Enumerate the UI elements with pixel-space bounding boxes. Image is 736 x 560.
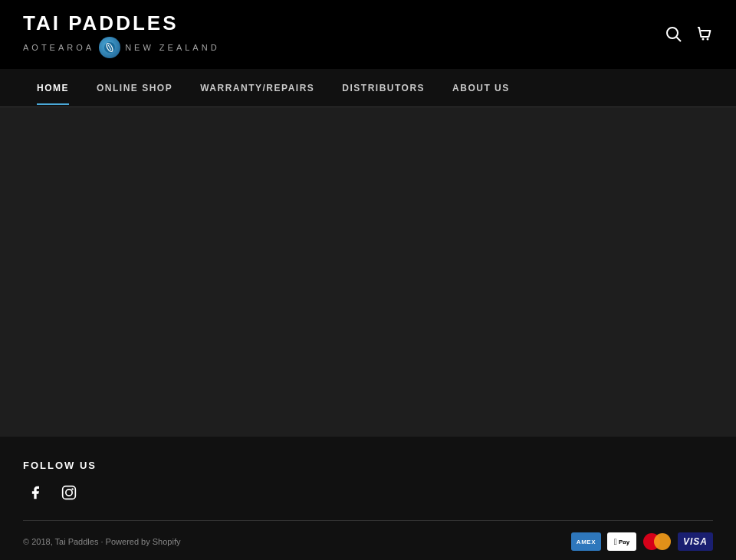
amex-label: AMEX <box>577 539 596 545</box>
svg-point-9 <box>71 488 74 490</box>
nav-link-online-shop[interactable]: ONLINE SHOP <box>83 72 186 104</box>
svg-rect-7 <box>63 486 76 499</box>
apple-icon:  <box>614 537 617 546</box>
follow-us-section: FOLLOW US <box>23 460 713 505</box>
site-header: TAI PADDLES AOTEAROA NEW ZEALAND <box>0 0 736 69</box>
nav-link-about-us[interactable]: ABOUT US <box>439 72 524 104</box>
nav-item-about-us[interactable]: ABOUT US <box>439 72 524 104</box>
nav-list: HOME ONLINE SHOP WARRANTY/REPAIRS DISTRI… <box>23 72 524 104</box>
nav-item-warranty[interactable]: WARRANTY/REPAIRS <box>186 72 328 104</box>
main-content <box>0 107 736 437</box>
mc-yellow-circle <box>654 533 671 550</box>
payment-icons: AMEX  Pay VISA <box>571 532 713 551</box>
copyright: © 2018, Tai Paddles <box>23 537 98 546</box>
facebook-icon <box>28 485 43 500</box>
visa-badge: VISA <box>678 532 713 551</box>
site-footer: FOLLOW US © 2018, Tai Paddles · Powered … <box>0 437 736 560</box>
logo-badge <box>99 37 120 58</box>
cart-button[interactable] <box>696 26 713 43</box>
search-button[interactable] <box>665 26 682 43</box>
apple-pay-label: Pay <box>619 539 629 545</box>
nav-item-home[interactable]: HOME <box>23 72 83 104</box>
mastercard-badge <box>642 532 672 551</box>
instagram-icon <box>61 485 77 500</box>
search-icon <box>665 26 682 43</box>
svg-line-4 <box>677 38 682 42</box>
main-nav: HOME ONLINE SHOP WARRANTY/REPAIRS DISTRI… <box>0 69 736 107</box>
svg-point-8 <box>66 490 72 496</box>
apple-pay-badge:  Pay <box>607 532 636 551</box>
header-actions <box>665 26 713 43</box>
nav-item-online-shop[interactable]: ONLINE SHOP <box>83 72 186 104</box>
svg-point-3 <box>667 28 678 38</box>
logo-subtitle: AOTEAROA NEW ZEALAND <box>23 37 220 58</box>
nav-link-home[interactable]: HOME <box>23 72 83 104</box>
logo[interactable]: TAI PADDLES AOTEAROA NEW ZEALAND <box>23 11 220 58</box>
mastercard-circles <box>643 533 671 550</box>
logo-title: TAI PADDLES <box>23 11 178 35</box>
nav-link-distributors[interactable]: DISTRIBUTORS <box>328 72 439 104</box>
powered-by-shopify[interactable]: Powered by Shopify <box>106 537 181 546</box>
instagram-link[interactable] <box>57 480 81 505</box>
logo-subtitle-left: AOTEAROA <box>23 43 94 52</box>
amex-badge: AMEX <box>571 532 601 551</box>
nav-link-warranty[interactable]: WARRANTY/REPAIRS <box>186 72 328 104</box>
cart-icon <box>696 26 713 43</box>
svg-point-6 <box>707 38 709 41</box>
footer-bottom: © 2018, Tai Paddles · Powered by Shopify… <box>23 520 713 551</box>
follow-title: FOLLOW US <box>23 460 713 471</box>
copyright-text: © 2018, Tai Paddles · Powered by Shopify <box>23 537 180 546</box>
nav-item-distributors[interactable]: DISTRIBUTORS <box>328 72 439 104</box>
svg-point-5 <box>702 38 705 41</box>
visa-label: VISA <box>683 536 708 547</box>
paddle-icon <box>104 41 116 54</box>
logo-subtitle-right: NEW ZEALAND <box>125 43 219 52</box>
social-icons <box>23 480 713 505</box>
facebook-link[interactable] <box>23 480 48 505</box>
